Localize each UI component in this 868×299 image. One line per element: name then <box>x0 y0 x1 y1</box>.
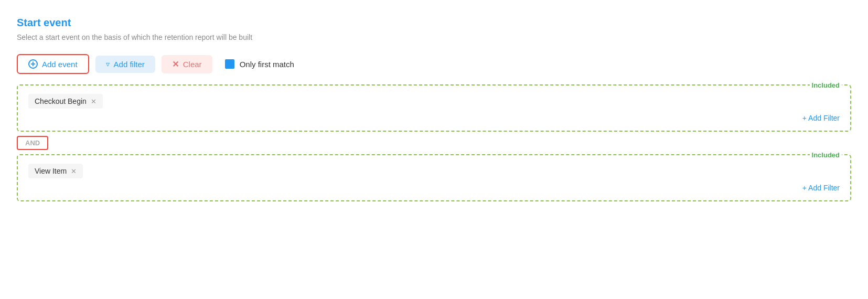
filter-icon: ▿ <box>106 60 110 68</box>
event-block-1-label: Included <box>810 151 842 159</box>
event-block-0-footer: + Add Filter <box>28 114 840 122</box>
add-filter-button[interactable]: ▿ Add filter <box>95 56 155 73</box>
event-tag-1: View Item ✕ <box>28 164 83 178</box>
event-block-0-label: Included <box>810 81 842 89</box>
event-tag-0-close[interactable]: ✕ <box>91 98 97 105</box>
toolbar: + Add event ▿ Add filter ✕ Clear Only fi… <box>17 54 851 74</box>
event-block-1: Included View Item ✕ + Add Filter <box>17 154 851 201</box>
event-tag-1-text: View Item <box>35 167 67 175</box>
event-tag-0: Checkout Begin ✕ <box>28 94 103 109</box>
add-filter-link-1[interactable]: + Add Filter <box>802 184 840 192</box>
event-block-1-footer: + Add Filter <box>28 184 840 192</box>
only-first-match-label: Only first match <box>240 60 294 69</box>
add-event-label: Add event <box>42 60 78 69</box>
event-tag-0-text: Checkout Begin <box>35 97 87 105</box>
checkbox-icon <box>225 59 234 69</box>
add-event-button[interactable]: + Add event <box>17 54 89 74</box>
add-filter-link-0[interactable]: + Add Filter <box>802 114 840 122</box>
only-first-match-toggle[interactable]: Only first match <box>219 55 301 73</box>
add-filter-label: Add filter <box>114 60 145 69</box>
and-label: AND <box>25 139 40 147</box>
clear-button[interactable]: ✕ Clear <box>162 55 212 73</box>
event-block-0: Included Checkout Begin ✕ + Add Filter <box>17 84 851 132</box>
page-container: Start event Select a start event on the … <box>17 17 851 201</box>
and-badge[interactable]: AND <box>17 136 48 150</box>
page-title: Start event <box>17 17 851 29</box>
plus-circle-icon: + <box>28 59 38 69</box>
clear-label: Clear <box>183 60 202 69</box>
x-icon: ✕ <box>172 59 179 69</box>
events-section: Included Checkout Begin ✕ + Add Filter A… <box>17 84 851 201</box>
event-tag-1-close[interactable]: ✕ <box>71 168 77 175</box>
page-subtitle: Select a start event on the basis of whi… <box>17 33 851 41</box>
